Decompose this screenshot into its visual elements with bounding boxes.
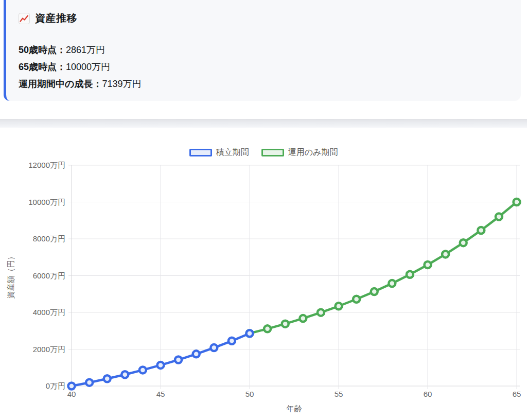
svg-text:10000万円: 10000万円: [28, 198, 65, 206]
svg-text:45: 45: [156, 390, 165, 398]
stat-age-65: 65歳時点：10000万円: [19, 59, 521, 76]
svg-text:12000万円: 12000万円: [28, 161, 65, 169]
stat-value: 2861万円: [66, 45, 105, 55]
svg-text:資産額（円）: 資産額（円）: [6, 253, 15, 299]
legend-swatch-accumulation: [189, 149, 212, 156]
section-divider: [0, 119, 527, 128]
stat-growth: 運用期間中の成長：7139万円: [19, 76, 521, 93]
stat-age-50: 50歳時点：2861万円: [19, 42, 521, 59]
legend-item-accumulation-period[interactable]: 積立期間: [189, 147, 249, 158]
asset-summary-card: 資産推移 50歳時点：2861万円 65歳時点：10000万円 運用期間中の成長…: [4, 0, 521, 101]
stat-label: 65歳時点：: [19, 62, 66, 72]
chart-increasing-icon: [19, 13, 30, 24]
svg-text:55: 55: [335, 390, 343, 398]
svg-text:年齢: 年齢: [286, 404, 302, 413]
svg-text:60: 60: [424, 390, 432, 398]
stat-value: 10000万円: [66, 62, 110, 72]
legend-label: 運用のみ期間: [288, 147, 338, 158]
svg-text:6000万円: 6000万円: [33, 271, 65, 280]
summary-stats: 50歳時点：2861万円 65歳時点：10000万円 運用期間中の成長：7139…: [19, 42, 521, 93]
chart-section: 積立期間 運用のみ期間 0万円2000万円4000万円6000万円8000万円1…: [0, 128, 527, 420]
stat-value: 7139万円: [102, 79, 141, 89]
svg-text:8000万円: 8000万円: [33, 234, 65, 243]
svg-text:2000万円: 2000万円: [33, 345, 65, 354]
asset-growth-line-chart[interactable]: 0万円2000万円4000万円6000万円8000万円10000万円12000万…: [0, 128, 527, 420]
legend-label: 積立期間: [216, 147, 249, 158]
svg-text:0万円: 0万円: [46, 381, 65, 390]
stat-label: 運用期間中の成長：: [19, 79, 102, 89]
chart-legend: 積立期間 運用のみ期間: [0, 147, 527, 158]
legend-swatch-growth-only: [261, 149, 284, 156]
svg-text:50: 50: [245, 390, 254, 398]
legend-item-growth-only-period[interactable]: 運用のみ期間: [261, 147, 338, 158]
svg-text:65: 65: [513, 390, 521, 398]
svg-text:4000万円: 4000万円: [33, 308, 65, 317]
section-title-row: 資産推移: [19, 11, 521, 25]
stat-label: 50歳時点：: [19, 45, 66, 55]
section-title: 資産推移: [35, 11, 77, 25]
svg-text:40: 40: [67, 390, 76, 398]
